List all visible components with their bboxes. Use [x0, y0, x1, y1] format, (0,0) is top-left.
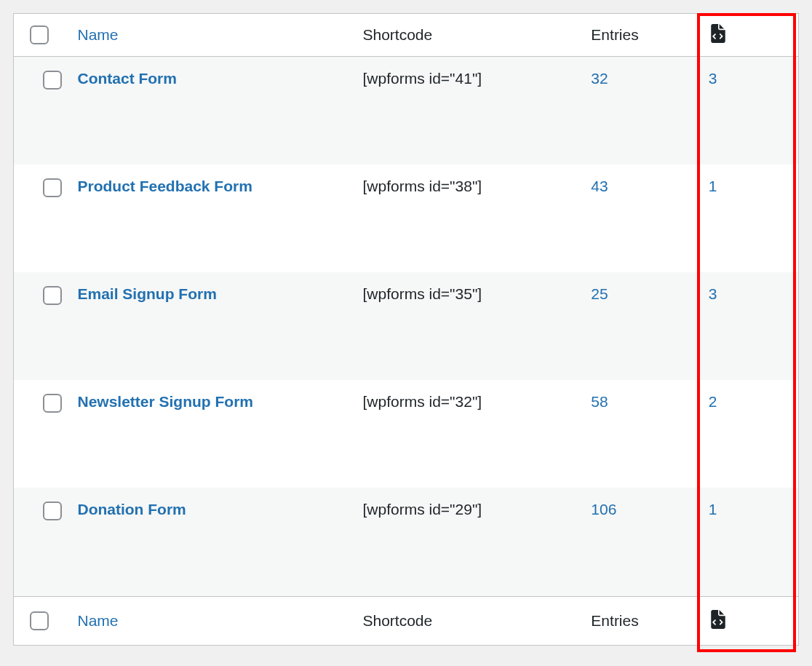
form-name-link[interactable]: Product Feedback Form: [77, 178, 252, 194]
row-checkbox[interactable]: [43, 286, 62, 305]
form-name-link[interactable]: Contact Form: [77, 70, 177, 87]
entries-count-link[interactable]: 32: [591, 70, 608, 87]
shortcode-text: [wpforms id="41"]: [362, 70, 482, 87]
row-checkbox[interactable]: [43, 394, 62, 413]
select-all-checkbox-top[interactable]: [30, 25, 49, 44]
column-entries-label-footer: Entries: [591, 612, 638, 630]
form-name-link[interactable]: Email Signup Form: [77, 285, 216, 302]
form-name-link[interactable]: Donation Form: [77, 501, 186, 518]
locations-count-link[interactable]: 3: [709, 285, 717, 302]
entries-count-link[interactable]: 58: [591, 393, 608, 410]
entries-count-link[interactable]: 25: [591, 285, 608, 302]
table-row: Donation Form [wpforms id="29"] 106 1: [14, 488, 799, 597]
column-name-sort[interactable]: Name: [77, 26, 118, 44]
locations-count-link[interactable]: 2: [709, 393, 717, 410]
table-header: Name Shortcode Entries: [14, 14, 799, 57]
form-name-link[interactable]: Newsletter Signup Form: [77, 393, 253, 410]
row-checkbox[interactable]: [43, 71, 62, 90]
file-code-icon: [709, 24, 728, 47]
column-shortcode-label-footer: Shortcode: [362, 612, 432, 630]
locations-count-link[interactable]: 1: [709, 178, 717, 194]
column-name-sort-footer[interactable]: Name: [77, 612, 118, 630]
table-row: Contact Form [wpforms id="41"] 32 3: [14, 57, 799, 164]
row-checkbox[interactable]: [43, 178, 62, 197]
shortcode-text: [wpforms id="32"]: [362, 393, 482, 410]
entries-count-link[interactable]: 106: [591, 501, 616, 518]
entries-count-link[interactable]: 43: [591, 178, 608, 194]
select-all-checkbox-bottom[interactable]: [30, 611, 49, 630]
locations-count-link[interactable]: 1: [709, 501, 717, 518]
locations-count-link[interactable]: 3: [709, 70, 717, 87]
file-code-icon: [709, 610, 728, 633]
table-row: Newsletter Signup Form [wpforms id="32"]…: [14, 380, 799, 488]
table-footer: Name Shortcode Entries: [14, 597, 799, 646]
column-entries-label: Entries: [591, 26, 638, 44]
shortcode-text: [wpforms id="38"]: [362, 178, 482, 194]
table-body: Contact Form [wpforms id="41"] 32 3 Prod…: [14, 57, 799, 597]
table-row: Email Signup Form [wpforms id="35"] 25 3: [14, 272, 799, 380]
page-wrapper: Name Shortcode Entries: [0, 0, 812, 666]
column-shortcode-label: Shortcode: [362, 26, 432, 44]
shortcode-text: [wpforms id="29"]: [362, 501, 482, 518]
forms-table: Name Shortcode Entries: [13, 13, 799, 646]
table-row: Product Feedback Form [wpforms id="38"] …: [14, 164, 799, 272]
row-checkbox[interactable]: [43, 502, 62, 520]
shortcode-text: [wpforms id="35"]: [362, 285, 482, 302]
